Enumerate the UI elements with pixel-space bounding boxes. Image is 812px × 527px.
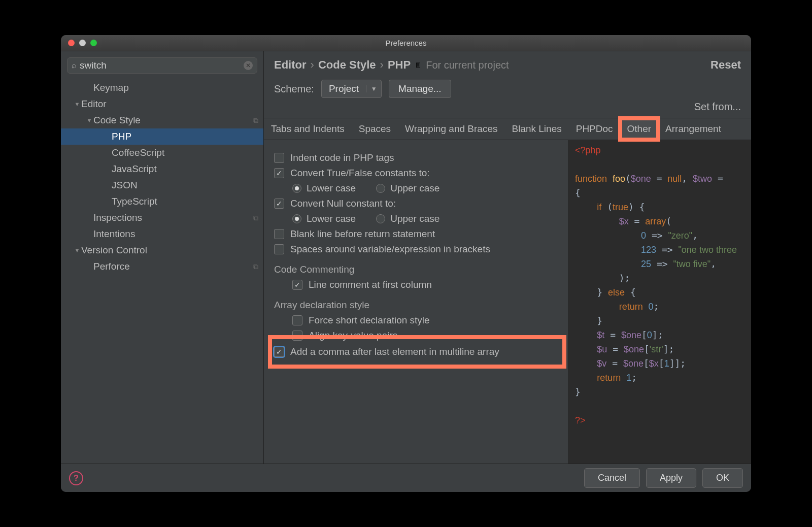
ok-button[interactable]: OK bbox=[702, 468, 743, 488]
tree-item-version-control[interactable]: ▼Version Control bbox=[61, 242, 263, 258]
indent-php-checkbox[interactable] bbox=[274, 153, 284, 163]
apply-button[interactable]: Apply bbox=[646, 468, 696, 488]
help-icon[interactable]: ? bbox=[69, 471, 83, 485]
project-scope-icon: 🗏 bbox=[415, 61, 422, 69]
tab-spaces[interactable]: Spaces bbox=[352, 118, 398, 140]
search-input[interactable] bbox=[80, 60, 241, 71]
copy-icon: ⧉ bbox=[253, 214, 258, 222]
array-declaration-section: Array declaration style bbox=[274, 300, 560, 311]
trailing-comma-checkbox[interactable] bbox=[274, 347, 284, 357]
search-field[interactable]: ⌕ ✕ bbox=[67, 57, 257, 74]
set-from-link[interactable]: Set from... bbox=[694, 101, 751, 113]
clear-search-icon[interactable]: ✕ bbox=[244, 61, 253, 70]
tab-tabs-and-indents[interactable]: Tabs and Indents bbox=[264, 118, 352, 140]
null-lower-radio[interactable]: Lower case bbox=[292, 213, 356, 224]
convert-truefalse-checkbox[interactable] bbox=[274, 168, 284, 178]
preferences-window: Preferences ⌕ ✕ Keymap▼Editor▼Code Style… bbox=[61, 35, 751, 492]
chevron-down-icon: ▼ bbox=[366, 85, 381, 92]
convert-null-checkbox[interactable] bbox=[274, 199, 284, 209]
highlighted-option: Add a comma after last element in multil… bbox=[271, 338, 563, 366]
tree-item-code-style[interactable]: ▼Code Style⧉ bbox=[61, 112, 263, 128]
tree-item-php[interactable]: PHP bbox=[61, 128, 263, 145]
tree-item-inspections[interactable]: Inspections⧉ bbox=[61, 210, 263, 226]
tab-blank-lines[interactable]: Blank Lines bbox=[504, 118, 568, 140]
tree-item-keymap[interactable]: Keymap bbox=[61, 80, 263, 96]
minimize-window-button[interactable] bbox=[79, 40, 86, 46]
copy-icon: ⧉ bbox=[253, 116, 258, 125]
window-title: Preferences bbox=[386, 39, 427, 47]
zoom-window-button[interactable] bbox=[90, 40, 97, 46]
tree-item-intentions[interactable]: Intentions bbox=[61, 226, 263, 242]
dialog-footer: ? Cancel Apply OK bbox=[61, 464, 751, 492]
close-window-button[interactable] bbox=[68, 40, 75, 46]
truefalse-upper-radio[interactable]: Upper case bbox=[376, 183, 439, 194]
cancel-button[interactable]: Cancel bbox=[584, 468, 640, 488]
tree-item-json[interactable]: JSON bbox=[61, 177, 263, 193]
scheme-select[interactable]: Project ▼ bbox=[321, 80, 382, 98]
spaces-brackets-checkbox[interactable] bbox=[274, 244, 284, 254]
line-comment-checkbox[interactable] bbox=[292, 280, 302, 290]
options-panel: Indent code in PHP tags Convert True/Fal… bbox=[264, 140, 568, 464]
tree-item-typescript[interactable]: TypeScript bbox=[61, 193, 263, 210]
code-commenting-section: Code Commenting bbox=[274, 264, 560, 275]
search-icon: ⌕ bbox=[72, 61, 77, 70]
tab-phpdoc[interactable]: PHPDoc bbox=[569, 118, 620, 140]
force-short-checkbox[interactable] bbox=[292, 315, 302, 325]
manage-button[interactable]: Manage... bbox=[389, 80, 451, 98]
copy-icon: ⧉ bbox=[253, 262, 258, 271]
scheme-label: Scheme: bbox=[274, 83, 314, 95]
truefalse-lower-radio[interactable]: Lower case bbox=[292, 183, 356, 194]
breadcrumb: Editor › Code Style › PHP 🗏 For current … bbox=[264, 51, 751, 75]
reset-link[interactable]: Reset bbox=[710, 58, 741, 72]
sidebar: ⌕ ✕ Keymap▼Editor▼Code Style⧉PHPCoffeeSc… bbox=[61, 51, 264, 464]
tree-item-editor[interactable]: ▼Editor bbox=[61, 96, 263, 112]
settings-tree: Keymap▼Editor▼Code Style⧉PHPCoffeeScript… bbox=[61, 78, 263, 464]
tree-item-javascript[interactable]: JavaScript bbox=[61, 161, 263, 177]
tab-wrapping-and-braces[interactable]: Wrapping and Braces bbox=[398, 118, 504, 140]
tab-bar: Tabs and IndentsSpacesWrapping and Brace… bbox=[264, 118, 751, 140]
blank-return-checkbox[interactable] bbox=[274, 229, 284, 239]
tab-arrangement[interactable]: Arrangement bbox=[658, 118, 728, 140]
tree-item-coffeescript[interactable]: CoffeeScript bbox=[61, 145, 263, 161]
tree-item-perforce[interactable]: Perforce⧉ bbox=[61, 258, 263, 275]
null-upper-radio[interactable]: Upper case bbox=[376, 213, 439, 224]
titlebar: Preferences bbox=[61, 35, 751, 51]
code-preview: <?php function foo($one = null, $two = {… bbox=[568, 140, 751, 464]
align-kv-checkbox[interactable] bbox=[292, 331, 302, 341]
tab-other[interactable]: Other bbox=[620, 118, 659, 140]
